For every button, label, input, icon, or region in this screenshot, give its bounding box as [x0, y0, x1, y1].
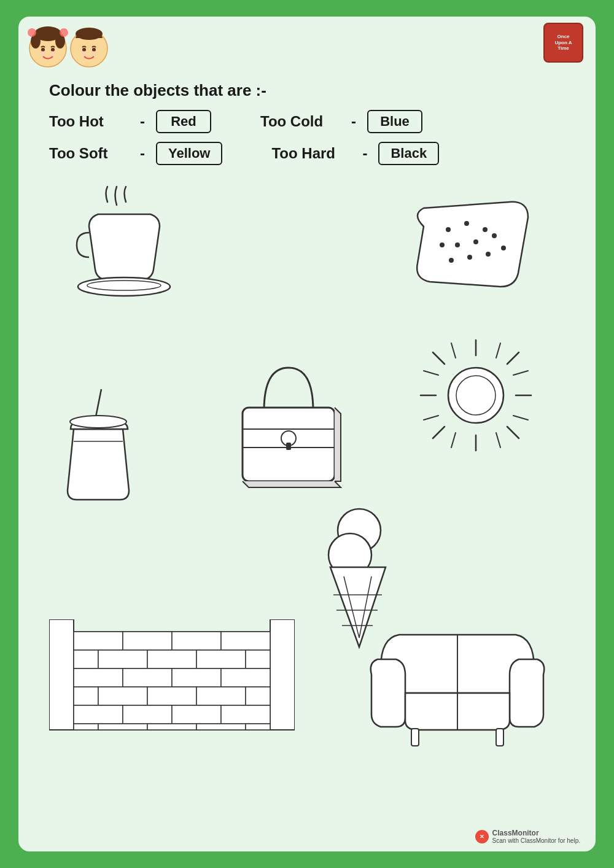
svg-rect-89: [147, 724, 196, 730]
tea-cup-svg: [55, 184, 203, 312]
svg-rect-88: [98, 724, 147, 730]
svg-rect-72: [196, 650, 246, 668]
svg-point-25: [467, 255, 472, 260]
logo-box: Once Upon A Time: [543, 23, 583, 63]
svg-rect-86: [221, 705, 270, 724]
svg-point-30: [70, 416, 126, 428]
yellow-box: Yellow: [156, 142, 222, 165]
svg-rect-82: [246, 687, 270, 705]
svg-point-24: [449, 258, 454, 263]
svg-point-4: [28, 28, 36, 37]
dash-1: -: [140, 113, 145, 130]
too-cold-label: Too Cold: [260, 113, 340, 130]
svg-rect-71: [147, 650, 196, 668]
sun-object: [418, 337, 534, 456]
svg-rect-68: [221, 632, 270, 650]
too-hot-label: Too Hot: [49, 113, 129, 130]
too-soft-label: Too Soft: [49, 145, 129, 162]
svg-point-19: [464, 221, 469, 226]
svg-rect-77: [221, 668, 270, 687]
cold-drink-object: [55, 386, 147, 517]
svg-point-17: [87, 281, 161, 290]
svg-rect-36: [286, 443, 291, 450]
legend-row-1: Too Hot - Red Too Cold - Blue: [49, 110, 571, 133]
svg-rect-84: [123, 705, 172, 724]
svg-rect-90: [196, 724, 246, 730]
avatar-group: [25, 23, 111, 72]
padlock-object: [227, 349, 350, 493]
footer-text-area: ClassMonitor Scan with ClassMonitor for …: [492, 829, 580, 844]
svg-rect-83: [74, 705, 123, 724]
instruction-text: Colour the objects that are :-: [49, 81, 571, 100]
svg-rect-74: [74, 668, 123, 687]
classmonitor-logo: ✕: [475, 830, 489, 843]
svg-point-23: [492, 233, 497, 238]
red-box: Red: [156, 110, 211, 133]
cold-drink-svg: [55, 386, 147, 515]
legend-row-2: Too Soft - Yellow Too Hard - Black: [49, 142, 571, 165]
svg-point-9: [50, 51, 55, 56]
kids-avatar-svg: [25, 23, 114, 72]
svg-line-41: [433, 352, 445, 364]
brick-wall-object: [49, 619, 295, 745]
too-hard-label: Too Hard: [271, 145, 351, 162]
svg-point-26: [486, 252, 491, 257]
svg-point-18: [446, 227, 451, 232]
black-box: Black: [378, 142, 439, 165]
svg-point-54: [456, 376, 495, 415]
svg-rect-70: [98, 650, 147, 668]
header-section: Colour the objects that are :- Too Hot -…: [49, 81, 571, 165]
svg-rect-75: [123, 668, 172, 687]
svg-line-46: [496, 343, 500, 358]
svg-rect-81: [196, 687, 246, 705]
sofa-object: [362, 619, 553, 757]
svg-point-21: [455, 242, 460, 247]
dash-3: -: [140, 145, 145, 162]
svg-line-44: [433, 427, 445, 438]
svg-rect-69: [74, 650, 98, 668]
svg-rect-93: [411, 729, 419, 746]
svg-point-20: [483, 227, 488, 232]
tea-cup-object: [55, 184, 203, 315]
svg-rect-63: [270, 619, 295, 730]
logo-text: Once Upon A Time: [554, 34, 572, 52]
padlock-svg: [227, 349, 350, 490]
svg-point-22: [473, 239, 478, 244]
svg-rect-80: [147, 687, 196, 705]
svg-point-28: [440, 242, 445, 247]
svg-line-51: [451, 433, 456, 448]
svg-rect-94: [496, 729, 503, 746]
svg-rect-85: [172, 705, 221, 724]
brick-wall-svg: [49, 619, 295, 742]
svg-point-5: [60, 28, 68, 37]
svg-line-43: [507, 352, 519, 364]
svg-line-49: [424, 416, 438, 420]
svg-rect-76: [172, 668, 221, 687]
logo-area: Once Upon A Time: [543, 23, 586, 66]
svg-rect-91: [246, 724, 270, 730]
svg-point-27: [501, 246, 506, 250]
svg-rect-67: [172, 632, 221, 650]
dash-2: -: [351, 113, 356, 130]
blue-box: Blue: [367, 110, 422, 133]
svg-point-15: [91, 51, 96, 56]
svg-line-47: [424, 371, 438, 375]
svg-line-52: [496, 433, 500, 448]
svg-rect-62: [49, 619, 74, 730]
svg-rect-78: [74, 687, 98, 705]
svg-line-48: [513, 371, 528, 375]
dash-4: -: [362, 145, 367, 162]
pillow-object: [405, 196, 540, 296]
svg-line-50: [513, 416, 528, 420]
svg-line-42: [507, 427, 519, 438]
sun-svg: [418, 337, 534, 454]
svg-rect-73: [246, 650, 270, 668]
svg-rect-65: [74, 632, 123, 650]
brand-name: ClassMonitor: [492, 829, 580, 837]
footer: ✕ ClassMonitor Scan with ClassMonitor fo…: [475, 829, 580, 844]
sofa-svg: [362, 619, 553, 754]
svg-point-14: [82, 51, 87, 56]
svg-rect-87: [74, 724, 98, 730]
svg-point-8: [41, 51, 45, 56]
footer-tagline: Scan with ClassMonitor for help.: [492, 837, 580, 844]
